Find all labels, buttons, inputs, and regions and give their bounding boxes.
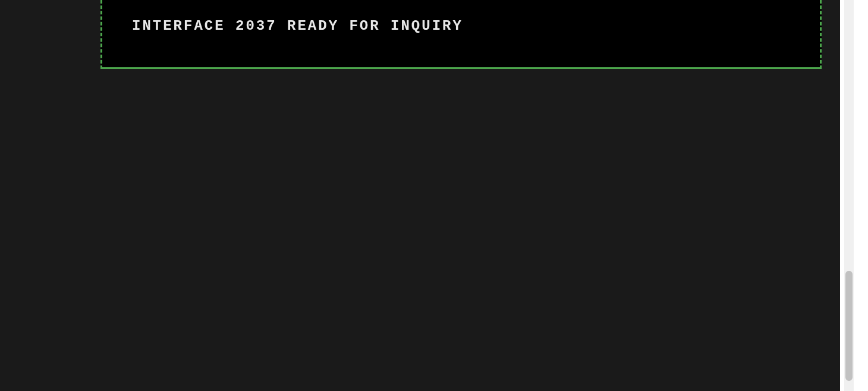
app-window: INTERFACE 2037 READY FOR INQUIRY [0,0,840,391]
terminal-status-line: INTERFACE 2037 READY FOR INQUIRY [132,18,463,34]
terminal-panel[interactable]: INTERFACE 2037 READY FOR INQUIRY [100,0,822,69]
vertical-scrollbar-thumb[interactable] [845,271,853,381]
